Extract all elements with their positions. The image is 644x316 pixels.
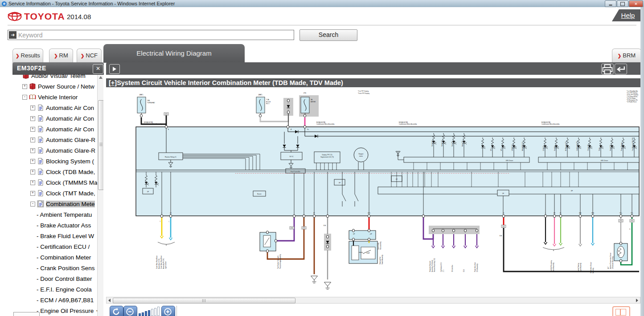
tree-expander[interactable]: + [30,159,35,164]
help-button[interactable]: Help [612,9,644,21]
hscrollbar-thumb[interactable] [113,298,295,304]
zoom-out-button[interactable] [123,306,137,316]
scroll-left-icon[interactable] [108,299,111,302]
close-button[interactable]: ✕ [629,0,643,7]
tree-item[interactable]: +Automatic Glare-R [12,145,97,156]
search-row: ➜ Search [0,25,644,44]
print-button[interactable] [601,64,614,74]
tree-item-label: - Brake Actuator Ass [37,222,91,229]
tree-expander[interactable]: + [30,105,35,110]
diagram-shape: Flasher Relay IC [165,156,177,158]
diagram-shape: Assembly [592,267,594,273]
tab-rm[interactable]: ❯RM [49,49,73,63]
tree-item[interactable]: - Crank Position Sens [12,263,97,273]
diagram-shape: LED Driver [601,160,608,162]
tree-item[interactable]: +Blocking System ( [12,156,97,166]
zoom-level-bar[interactable] [145,311,147,316]
diagram-shape: Steering Pad [379,257,381,264]
diagram-shape: A/S [500,149,502,151]
play-icon [113,67,116,71]
tree-expander[interactable]: + [22,84,27,89]
tree-item[interactable]: - Door Control Batter [12,273,97,284]
diagram-shape [352,229,354,232]
sidebar-scrollbar-thumb[interactable] [98,100,103,190]
tree-expander[interactable]: + [30,127,35,132]
manual-viewer-button[interactable] [612,306,630,316]
tree-expander[interactable]: + [30,191,35,196]
scroll-up-icon[interactable] [99,76,103,79]
zoom-level-bar[interactable] [157,307,160,316]
diagram-shape: Assembly LH (*4) [158,259,160,269]
tree-expander[interactable]: - [22,95,27,100]
tree-item[interactable]: - E.F.I. Engine Coola [12,284,97,295]
sidebar: Audio/ Visual/ Telem+Power Source / Netw… [12,75,103,316]
diagram-shape: Stepper [358,153,364,155]
tree-item[interactable]: +Clock (TMMMS Ma [12,177,97,188]
return-arrow-icon [615,64,627,74]
tree-item[interactable]: +Automatic Air Con [12,124,97,134]
maximize-button[interactable] [617,0,628,7]
tree-expander[interactable]: + [30,116,35,121]
diagram-shape: Outer Rear View Mirror [156,255,158,269]
tree-item[interactable]: +Automatic Glare-R [12,134,97,145]
zoom-level-bar[interactable] [154,308,156,316]
diagram-hscrollbar[interactable] [106,297,640,304]
diagram-shape [553,244,556,246]
search-button[interactable]: Search [299,29,357,41]
book-icon [29,83,36,90]
tree-expander[interactable]: + [30,180,35,185]
return-button[interactable] [615,64,627,74]
tree-expander[interactable]: + [30,148,35,153]
tree-item[interactable]: +Power Source / Netw [12,81,97,92]
diagram-shape [538,157,639,162]
tree-item[interactable]: +Automatic Air Con [12,102,97,113]
zoom-level-bar[interactable] [151,309,153,316]
doc-icon [37,158,44,165]
tree-item[interactable]: -Combination Mete [12,199,97,209]
sidebar-scrollbar[interactable] [97,75,103,316]
zoom-level-bar[interactable] [139,313,141,316]
tree-item[interactable]: - Brake Actuator Ass [12,220,97,231]
scroll-right-icon[interactable] [636,299,638,302]
tree-expander[interactable]: + [30,138,35,142]
zoom-level-bar[interactable] [142,312,144,316]
refresh-view-button[interactable] [110,306,123,316]
tree-item[interactable]: Audio/ Visual/ Telem [12,75,97,81]
diagram-shape [464,246,467,248]
tree-item[interactable]: - Ambient Temperatu [12,209,97,220]
diagram-canvas[interactable]: IlluminationHeater (*5)Door (*2)Meter (*… [106,87,640,297]
tree-expander[interactable]: - [30,202,35,207]
diagram-shape: Y [160,221,160,223]
diagram-expand-toggle[interactable]: [+] [109,79,117,86]
search-input[interactable] [16,32,294,39]
diagram-shape: +B [290,129,292,130]
expand-panel-button[interactable] [109,64,120,74]
tree-item[interactable]: - ECM / A69,B67,B81 [12,295,97,305]
tab-electrical-wiring-diagram[interactable]: Electrical Wiring Diagram [103,44,245,63]
zoom-level-bar[interactable] [148,310,150,316]
tab-results[interactable]: ❯Results [12,49,43,63]
diagram-shape: NO.1 [266,103,270,105]
tree-item[interactable]: -Vehicle Interior [12,92,97,102]
diagram-shape: Fuel Suction Tube with [277,255,279,269]
tree-item[interactable]: - Certification ECU / [12,241,97,252]
tree-item[interactable]: - Combination Meter [12,252,97,263]
tree-item[interactable]: +Clock (TMT Made, [12,188,97,199]
tree-expander[interactable]: + [30,170,35,174]
diagram-shape [619,259,622,262]
diagram-shape [559,215,562,217]
tree-item[interactable]: +Automatic Air Con [12,113,97,124]
tree-item[interactable]: - Brake Fluid Level W [12,231,97,241]
tab-ncf[interactable]: ❯NCF [77,49,102,63]
diagram-shape: EL [560,212,562,214]
diagram-shape: -DP [353,233,355,235]
zoom-in-button[interactable] [161,306,175,316]
zoom-out-icon [125,307,135,316]
close-panel-button[interactable]: ✕ [93,64,103,74]
diagram-shape: Fuel Warning CKB (*10) [632,138,634,151]
window-edge [640,7,644,316]
tree-item[interactable]: +Clock (TDB Made, [12,166,97,177]
minimize-button[interactable] [605,0,616,7]
tab-brm[interactable]: ❯BRM [612,49,641,63]
zoom-level-bars[interactable] [139,306,161,316]
